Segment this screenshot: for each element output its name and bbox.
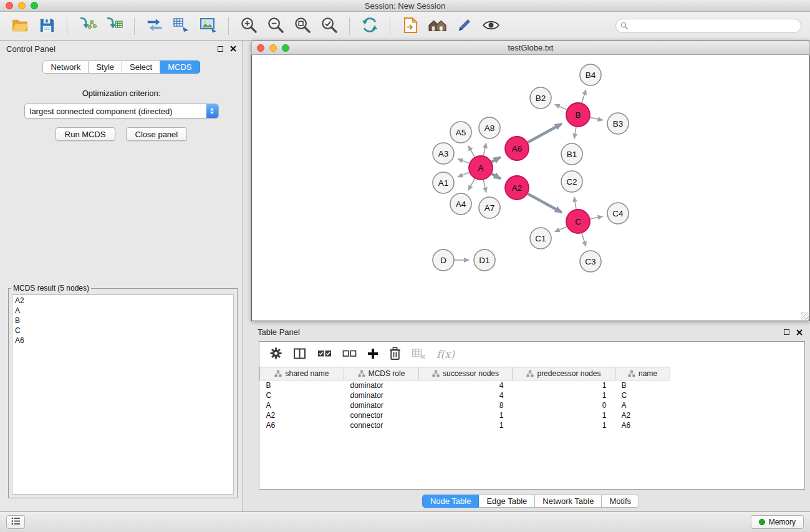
function-builder-button[interactable]: f(x) [436, 348, 455, 360]
memory-button[interactable]: Memory [751, 515, 804, 529]
table-row[interactable]: Cdominator41C [260, 390, 670, 400]
table-row[interactable]: A6connector11A6 [260, 420, 670, 430]
table-row[interactable]: Bdominator41B [260, 380, 670, 390]
graph-edge-A-A8[interactable] [483, 143, 486, 155]
apply-layout-button[interactable] [357, 14, 382, 38]
graph-node-A8[interactable]: A8 [479, 117, 500, 138]
network-from-table-button[interactable] [169, 14, 194, 38]
table-row[interactable]: Adominator80A [260, 400, 670, 410]
graph-edge-C-C1[interactable] [555, 226, 567, 232]
graph-node-B2[interactable]: B2 [530, 87, 551, 109]
graph-edge-A-A4[interactable] [468, 179, 475, 191]
graph-edge-A-A3[interactable] [458, 159, 469, 163]
close-table-panel-button[interactable] [796, 329, 803, 336]
graph-node-A2[interactable]: A2 [505, 176, 529, 200]
graph-node-C3[interactable]: C3 [580, 251, 601, 272]
float-table-panel-button[interactable] [784, 329, 789, 335]
graph-node-C[interactable]: C [566, 210, 590, 233]
search-input[interactable] [615, 19, 801, 33]
delete-row-button[interactable] [389, 347, 401, 362]
graph-node-A3[interactable]: A3 [433, 143, 454, 164]
network-zoom-button[interactable] [282, 44, 289, 52]
network-close-button[interactable] [257, 44, 264, 52]
mcds-result-list[interactable]: A2ABCA6 [12, 294, 234, 495]
graph-node-A1[interactable]: A1 [433, 172, 454, 193]
table-row[interactable]: A2connector11A2 [260, 410, 670, 420]
graph-edge-A6-B[interactable] [528, 124, 562, 143]
graph-node-C4[interactable]: C4 [607, 203, 629, 224]
graph-edge-A-A6[interactable] [492, 157, 501, 162]
graph-edge-A-A7[interactable] [483, 180, 486, 193]
column-header-shared-name[interactable]: shared name [260, 367, 344, 380]
graph-edge-C-C4[interactable] [591, 216, 603, 219]
graph-edge-C-C3[interactable] [582, 233, 586, 246]
graph-node-D[interactable]: D [433, 249, 454, 271]
import-table-file-button[interactable] [102, 14, 127, 38]
unselect-all-button[interactable] [342, 349, 357, 360]
graph-node-C1[interactable]: C1 [530, 228, 551, 249]
mcds-result-item[interactable]: B [15, 316, 231, 326]
graph-node-B1[interactable]: B1 [561, 143, 582, 165]
home-button[interactable] [425, 14, 450, 38]
show-hide-button[interactable] [478, 14, 503, 38]
graph-edge-A2-C[interactable] [528, 194, 562, 213]
tab-select[interactable]: Select [122, 60, 160, 74]
tab-style[interactable]: Style [89, 60, 122, 74]
tab-motifs[interactable]: Motifs [602, 495, 639, 508]
column-header-name[interactable]: name [615, 367, 670, 380]
zoom-in-button[interactable] [236, 14, 261, 38]
graph-edge-B-B1[interactable] [574, 127, 576, 139]
tab-mcds[interactable]: MCDS [160, 60, 200, 74]
network-minimize-button[interactable] [269, 44, 277, 52]
graph-edge-B-B4[interactable] [582, 90, 586, 103]
resize-grip[interactable] [801, 312, 809, 320]
tab-edge-table[interactable]: Edge Table [479, 495, 535, 508]
graph-edge-A-A2[interactable] [492, 174, 501, 179]
close-window-button[interactable] [6, 2, 13, 9]
table-settings-button[interactable] [269, 347, 282, 362]
show-column-button[interactable] [293, 347, 307, 362]
open-session-button[interactable] [7, 14, 32, 38]
graph-node-A[interactable]: A [469, 156, 493, 180]
select-all-button[interactable] [317, 349, 332, 360]
criterion-dropdown[interactable]: largest connected component (directed) [24, 104, 219, 118]
tab-node-table[interactable]: Node Table [422, 495, 480, 508]
minimize-window-button[interactable] [18, 2, 26, 9]
fullscreen-window-button[interactable] [31, 2, 38, 9]
close-panel-icon-button[interactable] [230, 46, 236, 52]
graph-node-A6[interactable]: A6 [505, 137, 529, 160]
column-header-predecessor-nodes[interactable]: predecessor nodes [513, 367, 615, 380]
float-panel-button[interactable] [218, 46, 223, 52]
graph-edge-B-B3[interactable] [591, 117, 603, 120]
first-neighbors-button[interactable] [398, 14, 423, 38]
zoom-out-button[interactable] [263, 14, 288, 38]
tab-network[interactable]: Network [42, 60, 89, 74]
graph-edge-A-A1[interactable] [458, 172, 469, 177]
mcds-result-item[interactable]: A [15, 306, 231, 316]
add-row-button[interactable] [367, 348, 378, 361]
graph-node-A4[interactable]: A4 [450, 193, 471, 215]
export-image-button[interactable] [196, 14, 221, 38]
tab-network-table[interactable]: Network Table [535, 495, 602, 508]
network-canvas[interactable]: B4B2BB3A5A8A6B1A3AC2A1A2A4A7C4CC1C3DD1 [251, 55, 810, 321]
clone-network-button[interactable] [142, 14, 167, 38]
zoom-selected-button[interactable] [317, 14, 342, 38]
column-header-successor-nodes[interactable]: successor nodes [419, 367, 513, 380]
close-panel-button[interactable]: Close panel [126, 127, 188, 141]
column-header-MCDS-role[interactable]: MCDS role [344, 367, 419, 380]
task-history-button[interactable] [6, 515, 25, 529]
graph-node-D1[interactable]: D1 [474, 249, 495, 271]
mcds-result-item[interactable]: C [15, 326, 231, 336]
graph-node-B[interactable]: B [566, 103, 590, 127]
mcds-result-item[interactable]: A6 [15, 336, 231, 346]
mcds-result-item[interactable]: A2 [15, 296, 231, 306]
graph-node-A5[interactable]: A5 [450, 122, 471, 143]
graph-edge-C-C2[interactable] [574, 197, 576, 210]
save-session-button[interactable] [34, 14, 59, 38]
import-network-file-button[interactable] [75, 14, 100, 38]
graph-node-C2[interactable]: C2 [561, 171, 582, 192]
zoom-fit-button[interactable] [290, 14, 315, 38]
graph-node-B3[interactable]: B3 [607, 113, 629, 134]
graph-edge-B-B2[interactable] [555, 104, 567, 110]
graph-edge-A-A5[interactable] [468, 146, 475, 157]
